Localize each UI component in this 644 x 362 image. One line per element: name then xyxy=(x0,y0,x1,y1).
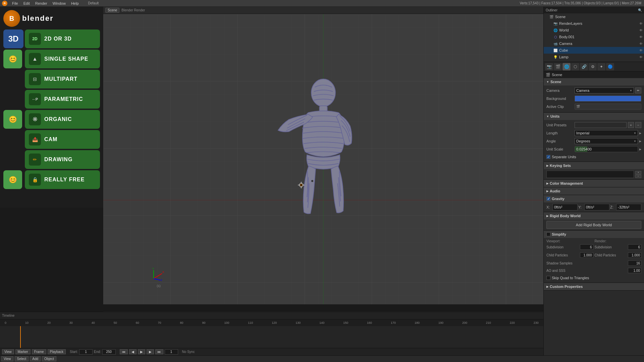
keying-input[interactable] xyxy=(546,171,634,178)
tool-3d-button[interactable]: 3D xyxy=(3,29,23,48)
tool-organic-left[interactable]: 😊 xyxy=(3,110,22,129)
unit-presets-dropdown[interactable] xyxy=(575,122,627,128)
timeline-ruler[interactable]: 0 10 20 30 40 50 60 70 80 90 100 110 120… xyxy=(0,319,543,326)
ao-sss-value[interactable]: 1.00 xyxy=(628,268,641,273)
gravity-x-value[interactable]: 0ft/s² xyxy=(552,204,578,210)
marker-btn[interactable]: Marker xyxy=(15,349,31,354)
gravity-checkbox[interactable]: ✓ xyxy=(546,197,550,201)
fps-input[interactable]: 1 xyxy=(165,349,178,355)
skip-end-btn[interactable]: ⏭ xyxy=(155,349,163,354)
end-frame-input[interactable]: 250 xyxy=(102,349,116,355)
menu-edit[interactable]: Edit xyxy=(21,1,33,6)
camera-select[interactable]: Camera xyxy=(575,87,634,94)
unit-scale-slider[interactable]: 0.025400 xyxy=(575,146,638,152)
bottom-view-btn[interactable]: View xyxy=(1,356,13,361)
menu-render[interactable]: Render xyxy=(33,1,50,6)
prop-icon-modifiers[interactable]: ⚙ xyxy=(589,63,597,70)
gravity-z-value[interactable]: -32ft/s² xyxy=(616,204,641,210)
tool-2dor3d-button[interactable]: 2D 2D OR 3D xyxy=(25,29,100,48)
tool-reallyfree-button[interactable]: 🔒 REALLY FREE xyxy=(25,170,100,189)
section-audio-header[interactable]: ▶ Audio xyxy=(544,187,644,195)
tool-organic-button[interactable]: ❋ ORGANIC xyxy=(25,110,100,129)
length-select[interactable]: Imperial xyxy=(575,130,638,136)
section-keying-header[interactable]: ▶ Keying Sets xyxy=(544,162,644,169)
timeline-scrubber[interactable] xyxy=(20,326,21,348)
add-rigid-body-btn[interactable]: Add Rigid Body World xyxy=(546,221,641,229)
viewport-scene-btn[interactable]: Scene xyxy=(105,8,119,13)
outliner-item-scene[interactable]: 🎬 Scene xyxy=(544,13,644,20)
skip-quad-checkbox[interactable] xyxy=(546,276,550,280)
outliner-body-eye[interactable]: 👁 xyxy=(639,35,643,39)
tool-singleshape-button[interactable]: ▲ SINGLE SHAPE xyxy=(25,50,100,68)
unit-presets-remove-btn[interactable]: − xyxy=(635,122,641,128)
camera-edit-icon[interactable]: ✏ xyxy=(635,87,641,94)
3d-cursor[interactable] xyxy=(298,182,305,188)
section-gravity-header[interactable]: ✓ Gravity xyxy=(544,195,644,202)
prop-icon-scene[interactable]: 🎬 xyxy=(554,63,562,70)
menu-window[interactable]: Window xyxy=(50,1,68,6)
prop-icon-constraints[interactable]: 🔗 xyxy=(580,63,588,70)
outliner-renderlayers-eye[interactable]: 👁 xyxy=(639,22,643,25)
simplify-checkbox[interactable] xyxy=(546,232,550,236)
play-btn[interactable]: ▶ xyxy=(138,349,145,354)
unit-scale-value: 0.025400 xyxy=(575,147,593,151)
length-arrow: ▶ xyxy=(639,132,641,135)
section-color-mgmt-header[interactable]: ▶ Color Management xyxy=(544,180,644,187)
outliner-item-world[interactable]: 🌐 World 👁 xyxy=(544,27,644,34)
active-clip-value[interactable]: 🎬 xyxy=(575,104,641,110)
outliner-item-body001[interactable]: ⬡ Body.001 👁 xyxy=(544,34,644,40)
keying-remove-btn[interactable]: − xyxy=(635,175,641,178)
section-rigid-body-header[interactable]: ▶ Rigid Body World xyxy=(544,212,644,220)
prop-icon-particles[interactable]: ✦ xyxy=(597,63,605,70)
prop-icon-object[interactable]: ⬡ xyxy=(571,63,579,70)
prop-icon-render[interactable]: 📷 xyxy=(545,63,553,70)
tool-multipart-button[interactable]: ⊟ MULTIPART xyxy=(25,70,100,88)
outliner-item-camera[interactable]: 📹 Camera 👁 xyxy=(544,40,644,47)
outliner-world-eye[interactable]: 👁 xyxy=(639,28,643,32)
next-frame-btn[interactable]: ▶ xyxy=(147,349,154,354)
skip-start-btn[interactable]: ⏮ xyxy=(120,349,128,354)
menu-help[interactable]: Help xyxy=(68,1,82,6)
tool-drawing-button[interactable]: ✏ DRAWING xyxy=(25,150,100,169)
viewport-canvas[interactable]: X Y Z (1) xyxy=(103,14,543,304)
outliner-search-icon[interactable]: 🔍 xyxy=(638,8,642,12)
tool-parametric-button[interactable]: ↔P PARAMETRIC xyxy=(25,90,100,109)
separate-units-checkbox[interactable]: ✓ xyxy=(546,155,550,159)
bottom-object-btn[interactable]: Object xyxy=(42,356,56,361)
background-value[interactable] xyxy=(575,96,641,102)
bottom-select-btn[interactable]: Select xyxy=(15,356,29,361)
unit-presets-add-btn[interactable]: + xyxy=(628,122,634,128)
prev-frame-btn[interactable]: ◀ xyxy=(129,349,137,354)
outliner-camera-eye[interactable]: 👁 xyxy=(639,42,643,46)
subdivision-viewport-value[interactable]: 6 xyxy=(580,244,593,250)
section-units-header[interactable]: ▼ Units xyxy=(544,113,644,120)
shadow-samples-value[interactable]: 16 xyxy=(628,260,641,266)
gravity-y-value[interactable]: 0ft/s² xyxy=(584,204,609,210)
tool-cam-button[interactable]: 📤 CAM xyxy=(25,130,100,149)
prop-icon-physics[interactable]: 🔵 xyxy=(606,63,614,70)
start-frame-input[interactable]: 1 xyxy=(79,349,93,355)
tool-reallyfree-left[interactable]: 😊 xyxy=(3,170,22,189)
outliner-item-cube[interactable]: ⬜ Cube 👁 xyxy=(544,47,644,54)
section-custom-props-header[interactable]: ▶ Custom Properties xyxy=(544,283,644,290)
outliner-lamp-eye[interactable]: 👁 xyxy=(639,55,643,59)
keying-add-btn[interactable]: + xyxy=(635,171,641,174)
child-particles-vp-value[interactable]: 1.000 xyxy=(580,252,593,258)
subdivision-render-value[interactable]: 6 xyxy=(628,244,641,250)
outliner-item-lamp[interactable]: 💡 Lamp 👁 xyxy=(544,54,644,60)
prop-icon-world[interactable]: 🌐 xyxy=(562,63,571,70)
outliner-cube-eye[interactable]: 👁 xyxy=(639,49,643,52)
menu-file[interactable]: File xyxy=(9,1,21,6)
outliner-item-renderlayers[interactable]: 📷 RenderLayers 👁 xyxy=(544,20,644,27)
child-particles-r-value[interactable]: 1.000 xyxy=(628,252,641,258)
section-keying-label: Keying Sets xyxy=(550,164,571,168)
angle-select[interactable]: Degrees xyxy=(575,138,638,144)
section-simplify-header[interactable]: Simplify xyxy=(544,231,644,238)
tool-singleshape-left[interactable]: 😊 xyxy=(3,50,22,68)
frame-btn[interactable]: Frame xyxy=(32,349,46,354)
section-scene-header[interactable]: ▼ Scene xyxy=(544,78,644,85)
view-btn-pb[interactable]: View xyxy=(2,349,14,354)
playback-btn[interactable]: Playback xyxy=(48,349,66,354)
bottom-add-btn[interactable]: Add xyxy=(30,356,41,361)
timeline-content[interactable] xyxy=(0,326,543,348)
